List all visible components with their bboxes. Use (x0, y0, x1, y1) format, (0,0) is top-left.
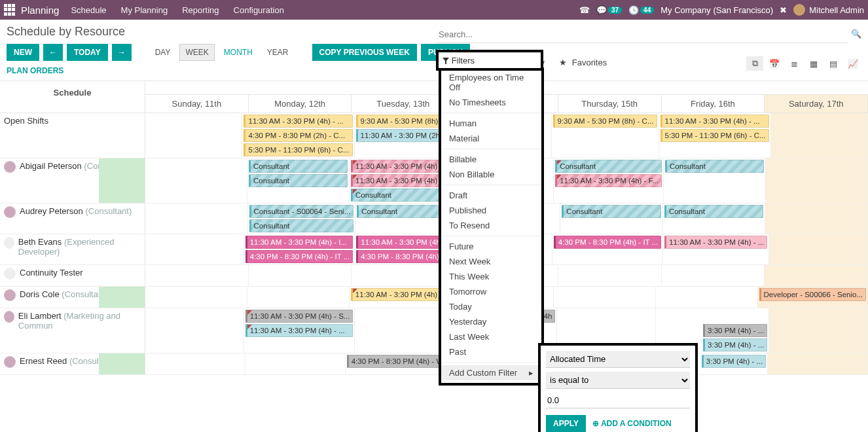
chat-icon[interactable]: 💬37 (596, 5, 622, 15)
shift-pill[interactable]: 11:30 AM - 3:30 PM (4h) - ... (664, 236, 767, 249)
shift-pill[interactable]: 11:30 AM - 3:30 PM (2h) (356, 129, 453, 142)
filter-op-select[interactable]: is equal to (546, 372, 690, 389)
apply-button[interactable]: APPLY (546, 415, 586, 432)
avatar (4, 161, 16, 173)
copy-previous-week-button[interactable]: COPY PREVIOUS WEEK (312, 44, 417, 61)
filter-item[interactable]: Today (441, 299, 541, 314)
prev-arrow-button[interactable]: ← (43, 44, 63, 61)
shift-pill[interactable]: 4:30 PM - 8:30 PM (4h) (356, 250, 452, 263)
filter-item[interactable]: Draft (441, 188, 541, 203)
range-day[interactable]: DAY (150, 45, 176, 60)
shift-pill[interactable]: 9:30 AM - 5:30 PM (8h) -... (356, 115, 453, 128)
shift-pill[interactable]: Consultant (562, 205, 661, 218)
shift-pill[interactable]: 11:30 AM - 3:30 PM (4h) - F... (555, 174, 662, 187)
settings-icon[interactable]: ✖ (780, 5, 787, 15)
search-input[interactable] (436, 26, 848, 43)
view-calendar-icon[interactable]: 📅 (766, 56, 783, 71)
add-custom-filter[interactable]: Add Custom Filter▸ (441, 365, 541, 380)
nav-reporting[interactable]: Reporting (182, 5, 219, 15)
nav-my-planning[interactable]: My Planning (121, 5, 168, 15)
avatar (4, 237, 14, 249)
shift-pill[interactable]: Consultant (351, 189, 450, 202)
resource-name: Continuity Tester (20, 268, 83, 278)
company-switcher[interactable]: My Company (San Francisco) (660, 5, 773, 15)
shift-pill[interactable]: 3:30 PM (4h) - ... (702, 355, 766, 368)
shift-pill[interactable]: 11:30 AM - 3:30 PM (4h) - I... (245, 236, 353, 249)
filter-item[interactable]: This Week (441, 269, 541, 284)
row-abigail: Abigail Peterson (Consultant) Consultant… (0, 158, 868, 204)
view-list-icon[interactable]: ≣ (786, 56, 803, 71)
shift-pill[interactable]: 4:30 PM - 8:30 PM (4h) - IT ... (245, 250, 353, 263)
filter-item[interactable]: No Timesheets (441, 95, 541, 110)
filter-item[interactable]: Next Week (441, 254, 541, 269)
resource-name: Audrey Peterson (Consultant) (20, 206, 132, 216)
view-pivot-icon[interactable]: ▤ (825, 56, 842, 71)
clock-icon[interactable]: 🕓44 (628, 5, 654, 15)
filter-item[interactable]: Past (441, 344, 541, 359)
filter-item[interactable]: Yesterday (441, 314, 541, 329)
filter-item[interactable]: Future (441, 239, 541, 254)
shift-pill[interactable]: 11:30 AM - 3:30 PM (4h) - ... (245, 324, 353, 337)
filter-item[interactable]: Material (441, 131, 541, 146)
filter-item[interactable]: Published (441, 203, 541, 218)
filter-item[interactable]: Non Billable (441, 167, 541, 182)
filter-item[interactable]: Billable (441, 152, 541, 167)
shift-pill[interactable]: 11:30 AM - 3:30 PM (4h) - ... (660, 115, 769, 128)
today-button[interactable]: TODAY (67, 44, 108, 61)
shift-pill[interactable]: 5:30 PM - 11:30 PM (6h) - C... (660, 129, 769, 142)
phone-icon[interactable]: ☎ (579, 5, 590, 15)
shift-pill[interactable]: 3:30 PM (4h) - ... (703, 324, 767, 337)
shift-pill[interactable]: 4:30 PM - 8:30 PM (4h) - IT ... (554, 236, 662, 249)
nav-schedule[interactable]: Schedule (71, 5, 106, 15)
shift-pill[interactable]: Consultant (664, 205, 764, 218)
shift-pill[interactable]: Consultant (249, 219, 354, 232)
shift-pill[interactable]: 3:30 PM (4h) - ... (703, 338, 767, 351)
shift-pill[interactable]: Consultant - S00064 - Seni... (249, 205, 354, 218)
shift-pill[interactable]: 5:30 PM - 11:30 PM (6h) - C... (244, 143, 352, 156)
user-menu[interactable]: Mitchell Admin (793, 4, 864, 16)
filter-item[interactable]: Human (441, 116, 541, 131)
range-week[interactable]: WEEK (179, 44, 214, 61)
view-kanban-icon[interactable]: ▦ (805, 56, 822, 71)
view-graph-icon[interactable]: 📈 (844, 56, 861, 71)
favorites-toggle[interactable]: ★ Favorites (559, 58, 607, 67)
new-button[interactable]: NEW (7, 44, 39, 61)
range-year[interactable]: YEAR (262, 45, 294, 60)
row-open-shifts: Open Shifts 11:30 AM - 3:30 PM (4h) - ..… (0, 113, 868, 158)
shift-pill[interactable]: 11:30 AM - 3:30 PM (4h) (351, 288, 450, 301)
shift-pill[interactable]: 4:30 PM - 8:30 PM (2h) - C... (244, 129, 352, 142)
avatar (4, 206, 16, 218)
filter-item[interactable]: To Resend (441, 218, 541, 233)
shift-pill[interactable]: Developer - S00066 - Senio... (759, 288, 867, 301)
plus-icon: ⊕ (592, 419, 599, 428)
filter-item[interactable]: Employees on Time Off (441, 70, 541, 95)
shift-pill[interactable]: Consultant (249, 174, 348, 187)
filters-toggle[interactable]: Filters (436, 50, 543, 71)
custom-filter-panel: Allocated Time is equal to APPLY ⊕ADD A … (538, 343, 698, 432)
add-condition-button[interactable]: ⊕ADD A CONDITION (592, 419, 672, 428)
resource-name: Ernest Reed (Consultant) (20, 356, 116, 366)
shift-pill[interactable]: 11:30 AM - 3:30 PM (4h) (351, 160, 450, 173)
shift-pill[interactable]: 11:30 AM - 3:30 PM (4h) - ... (244, 115, 352, 128)
shift-pill[interactable]: 4:30 PM - 8:30 PM (4h) - W... (347, 355, 453, 368)
filter-value-input[interactable] (546, 393, 690, 408)
shift-pill[interactable]: Consultant (665, 160, 764, 173)
nav-configuration[interactable]: Configuration (234, 5, 284, 15)
filter-item[interactable]: Tomorrow (441, 284, 541, 299)
filters-menu: Employees on Time Off No Timesheets Huma… (439, 67, 544, 386)
plan-orders-button[interactable]: PLAN ORDERS (0, 63, 868, 78)
filter-field-select[interactable]: Allocated Time (546, 351, 690, 368)
view-gantt-icon[interactable]: ⧉ (746, 56, 763, 71)
shift-pill[interactable]: Consultant (555, 160, 662, 173)
shift-pill[interactable]: 11:30 AM - 3:30 PM (4h) (351, 174, 450, 187)
shift-pill[interactable]: 11:30 AM - 3:30 PM (4h) - S... (245, 310, 353, 323)
search-icon[interactable]: 🔍 (851, 29, 861, 39)
next-arrow-button[interactable]: → (112, 44, 132, 61)
shift-pill[interactable]: 11:30 AM - 3:30 PM (4h) (356, 236, 452, 249)
shift-pill[interactable]: Consultant (249, 160, 348, 173)
shift-pill[interactable]: 9:30 AM - 5:30 PM (8h) - C... (553, 115, 657, 128)
row-eli: Eli Lambert (Marketing and Commun 11:30 … (0, 308, 868, 353)
range-month[interactable]: MONTH (219, 45, 258, 60)
filter-item[interactable]: Last Week (441, 329, 541, 344)
apps-icon[interactable] (4, 4, 16, 16)
